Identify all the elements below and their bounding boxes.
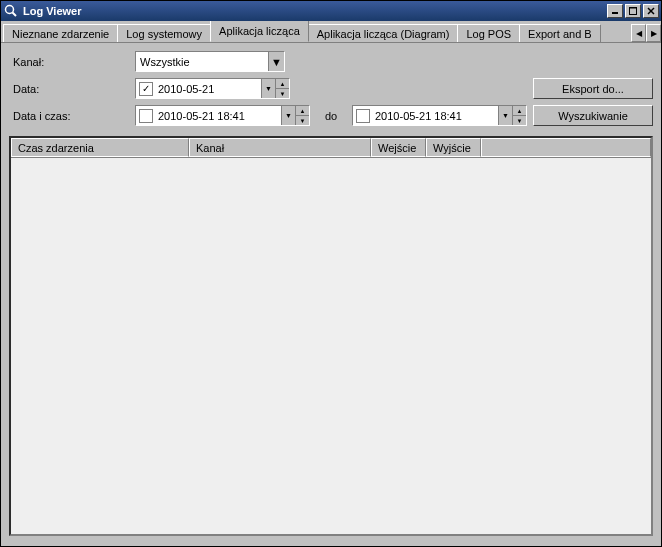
chevron-down-icon[interactable]: ▼ xyxy=(268,52,284,71)
tab-unknown-events[interactable]: Nieznane zdarzenie xyxy=(3,24,118,42)
table-body xyxy=(11,158,651,534)
svg-rect-3 xyxy=(630,8,637,15)
window-controls xyxy=(607,4,659,18)
col-empty[interactable] xyxy=(481,138,651,157)
minimize-button[interactable] xyxy=(607,4,623,18)
datetime-label: Data i czas: xyxy=(9,110,129,122)
table-header: Czas zdarzenia Kanał Wejście Wyjście xyxy=(11,138,651,158)
titlebar: Log Viewer xyxy=(1,1,661,21)
channel-value: Wszystkie xyxy=(136,56,268,68)
svg-point-0 xyxy=(6,6,14,14)
svg-line-1 xyxy=(13,13,17,17)
date-spin-up[interactable]: ▲ xyxy=(276,79,289,89)
tab-scroll-arrows: ◀ ▶ xyxy=(631,24,661,42)
col-channel[interactable]: Kanał xyxy=(189,138,371,157)
datetime-to-spin-down[interactable]: ▼ xyxy=(513,116,526,125)
date-label: Data: xyxy=(9,83,129,95)
tab-system-log[interactable]: Log systemowy xyxy=(117,24,211,42)
datetime-to-spin-up[interactable]: ▲ xyxy=(513,106,526,116)
tab-scroll-left[interactable]: ◀ xyxy=(631,24,646,42)
datetime-to-checkbox[interactable] xyxy=(356,109,370,123)
results-table: Czas zdarzenia Kanał Wejście Wyjście xyxy=(9,136,653,536)
tabs-bar: Nieznane zdarzenie Log systemowy Aplikac… xyxy=(1,21,661,43)
date-picker[interactable]: ✓ 2010-05-21 ▼ ▲ ▼ xyxy=(135,78,290,99)
tabs-scroll: Nieznane zdarzenie Log systemowy Aplikac… xyxy=(3,21,631,42)
datetime-to-dropdown-icon[interactable]: ▼ xyxy=(498,106,512,125)
magnifier-icon xyxy=(3,3,19,19)
maximize-button[interactable] xyxy=(625,4,641,18)
close-button[interactable] xyxy=(643,4,659,18)
channel-select[interactable]: Wszystkie ▼ xyxy=(135,51,285,72)
date-value[interactable]: 2010-05-21 xyxy=(156,83,261,95)
log-viewer-window: Log Viewer Nieznane zdarzenie Log system… xyxy=(0,0,662,547)
channel-label: Kanał: xyxy=(9,56,129,68)
datetime-from-spin-up[interactable]: ▲ xyxy=(296,106,309,116)
tab-log-pos[interactable]: Log POS xyxy=(457,24,520,42)
date-checkbox[interactable]: ✓ xyxy=(139,82,153,96)
col-event-time[interactable]: Czas zdarzenia xyxy=(11,138,189,157)
date-dropdown-icon[interactable]: ▼ xyxy=(261,79,275,98)
filter-grid: Kanał: Wszystkie ▼ Data: ✓ 2010-05-21 ▼ … xyxy=(9,51,653,126)
datetime-from-value[interactable]: 2010-05-21 18:41 xyxy=(156,110,281,122)
datetime-from-checkbox[interactable] xyxy=(139,109,153,123)
datetime-to-picker[interactable]: 2010-05-21 18:41 ▼ ▲ ▼ xyxy=(352,105,527,126)
tab-counting-app-diagram[interactable]: Aplikacja licząca (Diagram) xyxy=(308,24,459,42)
content-area: Kanał: Wszystkie ▼ Data: ✓ 2010-05-21 ▼ … xyxy=(1,43,661,546)
date-spinner: ▲ ▼ xyxy=(275,79,289,98)
export-button[interactable]: Eksport do... xyxy=(533,78,653,99)
tab-scroll-right[interactable]: ▶ xyxy=(646,24,661,42)
window-title: Log Viewer xyxy=(23,5,607,17)
datetime-from-picker[interactable]: 2010-05-21 18:41 ▼ ▲ ▼ xyxy=(135,105,310,126)
datetime-from-spinner: ▲ ▼ xyxy=(295,106,309,125)
col-out[interactable]: Wyjście xyxy=(426,138,481,157)
search-button[interactable]: Wyszukiwanie xyxy=(533,105,653,126)
datetime-to-value[interactable]: 2010-05-21 18:41 xyxy=(373,110,498,122)
datetime-from-spin-down[interactable]: ▼ xyxy=(296,116,309,125)
col-in[interactable]: Wejście xyxy=(371,138,426,157)
tab-export-and-b[interactable]: Export and B xyxy=(519,24,601,42)
date-spin-down[interactable]: ▼ xyxy=(276,89,289,98)
datetime-to-spinner: ▲ ▼ xyxy=(512,106,526,125)
tab-counting-app[interactable]: Aplikacja licząca xyxy=(210,21,309,42)
to-label: do xyxy=(316,110,346,122)
datetime-from-dropdown-icon[interactable]: ▼ xyxy=(281,106,295,125)
